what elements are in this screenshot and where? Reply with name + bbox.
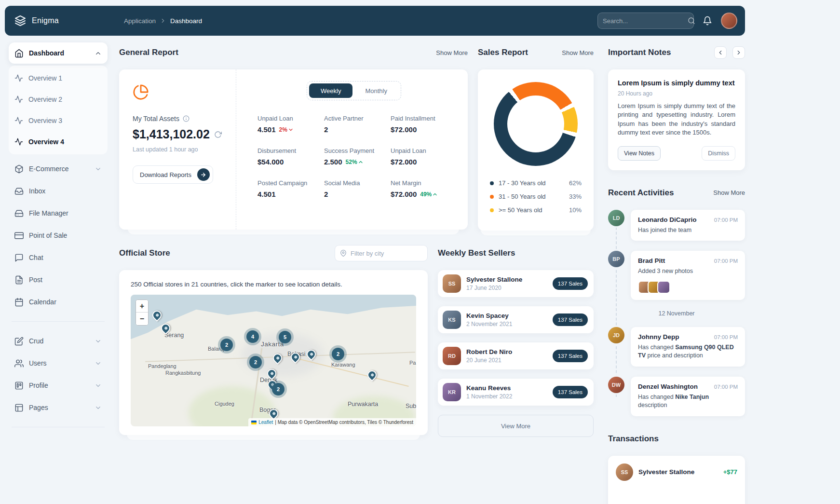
activity-photo[interactable]: [657, 281, 670, 294]
map-cluster[interactable]: 5: [279, 331, 291, 343]
leaflet-link[interactable]: Leaflet: [258, 420, 273, 425]
stat-net-margin: Net Margin $72.000 49%: [391, 179, 450, 198]
note-time: 20 Hours ago: [618, 90, 735, 97]
map-cluster[interactable]: 2: [332, 348, 344, 360]
dismiss-button[interactable]: Dismiss: [702, 146, 735, 161]
map-attribution: Leaflet | Map data © OpenStreetMap contr…: [248, 418, 416, 426]
sidebar-item-chat[interactable]: Chat: [9, 247, 108, 268]
transaction-avatar: SS: [616, 463, 633, 481]
stats-grid: Unpaid Loan 4.501 2% Active Partner 2: [257, 115, 450, 198]
toggle-weekly-button[interactable]: Weekly: [309, 83, 352, 98]
sidebar-item-overview-1[interactable]: Overview 1: [9, 68, 108, 89]
activity-avatar[interactable]: DW: [608, 377, 624, 393]
best-seller-row[interactable]: KR Keanu Reeves 1 November 2022 137 Sale…: [438, 379, 594, 406]
activity-avatar[interactable]: LD: [608, 210, 624, 226]
note-title: Lorem Ipsum is simply dummy text: [618, 79, 735, 87]
search-box[interactable]: [597, 13, 694, 29]
info-icon[interactable]: [183, 115, 190, 122]
recent-activities-show-more[interactable]: Show More: [713, 189, 745, 196]
general-report-show-more[interactable]: Show More: [436, 49, 468, 56]
sidebar-item-label: Users: [29, 359, 47, 367]
attribution-text: | Map data © OpenStreetMap contributors,…: [275, 420, 413, 425]
zoom-out-button[interactable]: −: [136, 313, 148, 325]
seller-avatar: KS: [443, 311, 461, 329]
sidebar-item-overview-3[interactable]: Overview 3: [9, 110, 108, 131]
sidebar-item-dashboard[interactable]: Dashboard: [9, 42, 108, 64]
sidebar-item-crud[interactable]: Crud: [9, 330, 108, 352]
sidebar-item-point-of-sale[interactable]: Point of Sale: [9, 225, 108, 246]
map-label: Purwakarta: [348, 401, 378, 408]
top-navbar: Enigma Application Dashboard: [5, 6, 745, 36]
notifications-button[interactable]: [703, 16, 712, 26]
breadcrumb-current[interactable]: Dashboard: [170, 17, 202, 25]
refresh-icon[interactable]: [214, 131, 222, 138]
filter-city-input[interactable]: [351, 250, 435, 257]
legend-dot: [490, 208, 494, 212]
sidebar-item-label: E-Commerce: [29, 165, 68, 173]
sub-item-label: Overview 1: [28, 74, 62, 82]
last-updated-text: Last updated 1 hour ago: [133, 146, 222, 153]
toggle-monthly-button[interactable]: Monthly: [353, 83, 399, 98]
search-input[interactable]: [603, 17, 688, 25]
user-avatar[interactable]: [721, 13, 737, 29]
notes-prev-button[interactable]: [714, 46, 727, 59]
arrow-right-icon: [197, 168, 210, 181]
breadcrumb-parent[interactable]: Application: [124, 17, 156, 25]
sales-count-badge[interactable]: 137 Sales: [553, 386, 588, 398]
chevron-right-icon: [160, 17, 166, 24]
sidebar-item-label: Crud: [29, 337, 43, 345]
sidebar-item-profile[interactable]: Profile: [9, 375, 108, 396]
filter-by-city-box[interactable]: [335, 245, 428, 261]
sales-count-badge[interactable]: 137 Sales: [553, 350, 588, 362]
activity-avatar[interactable]: BP: [608, 251, 624, 267]
map-cluster[interactable]: 2: [220, 339, 233, 351]
map-marker[interactable]: [366, 368, 379, 381]
sidebar-item-calendar[interactable]: Calendar: [9, 291, 108, 313]
store-map[interactable]: Serang Jakarta Bekasi Depok Bogor Purwak…: [131, 295, 416, 426]
stat-social-media: Social Media 2: [324, 179, 384, 198]
hard-drive-icon: [14, 209, 24, 218]
activity-card: Brad Pitt 07:00 PM Added 3 new photos: [631, 251, 745, 300]
sidebar-item-overview-4[interactable]: Overview 4: [9, 131, 108, 152]
recent-activities-title: Recent Activities: [608, 188, 674, 198]
map-cluster[interactable]: 4: [246, 330, 259, 343]
activity-icon: [14, 137, 23, 146]
calendar-icon: [14, 298, 24, 307]
sales-count-badge[interactable]: 137 Sales: [553, 277, 588, 290]
sidebar-item-inbox[interactable]: Inbox: [9, 180, 108, 202]
age-donut-chart: [494, 82, 578, 166]
sales-report-show-more[interactable]: Show More: [562, 49, 594, 56]
breadcrumb: Application Dashboard: [124, 17, 202, 25]
best-seller-row[interactable]: SS Sylvester Stallone 17 June 2020 137 S…: [438, 270, 594, 297]
transaction-row[interactable]: SS Sylvester Stallone +$77: [616, 463, 737, 481]
brand[interactable]: Enigma: [14, 15, 124, 27]
best-seller-row[interactable]: RD Robert De Niro 20 June 2021 137 Sales: [438, 342, 594, 369]
map-label: Pandeglang: [148, 363, 176, 369]
sidebar-item-ecommerce[interactable]: E-Commerce: [9, 158, 108, 179]
sidebar-item-post[interactable]: Post: [9, 269, 108, 290]
activity-icon: [14, 74, 23, 82]
important-notes-title: Important Notes: [608, 48, 671, 57]
best-seller-row[interactable]: KS Kevin Spacey 2 November 2021 137 Sale…: [438, 306, 594, 333]
map-cluster[interactable]: 2: [272, 383, 285, 395]
activity-icon: [14, 95, 23, 104]
view-notes-button[interactable]: View Notes: [618, 146, 661, 161]
sidebar-item-users[interactable]: Users: [9, 353, 108, 374]
zoom-in-button[interactable]: +: [136, 300, 148, 313]
notes-next-button[interactable]: [732, 46, 745, 59]
map-cluster[interactable]: 2: [249, 356, 262, 368]
credit-card-icon: [14, 231, 24, 240]
activity-avatar[interactable]: JD: [608, 327, 624, 343]
transactions-card: SS Sylvester Stallone +$77: [608, 456, 745, 504]
stat-unpaid-loan: Unpaid Loan 4.501 2%: [257, 115, 317, 134]
download-reports-button[interactable]: Download Reports: [133, 165, 213, 184]
sidebar-item-overview-2[interactable]: Overview 2: [9, 89, 108, 110]
stat-badge-up: 49%: [420, 191, 438, 198]
sales-count-badge[interactable]: 137 Sales: [553, 313, 588, 326]
note-body: Lorem Ipsum is simply dummy text of the …: [618, 102, 735, 137]
sidebar-item-file-manager[interactable]: File Manager: [9, 203, 108, 224]
chevron-up-icon: [95, 50, 102, 57]
sidebar-item-pages[interactable]: Pages: [9, 397, 108, 418]
activity-card: Denzel Washington 07:00 PM Has changed N…: [631, 377, 745, 416]
view-more-button[interactable]: View More: [438, 415, 594, 437]
